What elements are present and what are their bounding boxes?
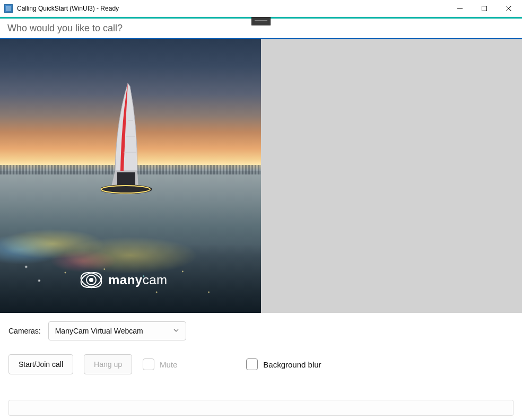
app-icon — [4, 4, 13, 13]
minimize-button[interactable] — [448, 0, 472, 16]
remote-video-tile — [261, 39, 522, 313]
maximize-icon — [482, 6, 487, 11]
close-button[interactable] — [497, 0, 521, 16]
titlebar: Calling QuickStart (WinUI3) - Ready — [0, 0, 522, 17]
call-target-input[interactable] — [0, 19, 522, 38]
video-skyline — [0, 165, 261, 174]
hang-up-button[interactable]: Hang up — [84, 354, 132, 374]
start-join-call-button[interactable]: Start/Join call — [8, 354, 73, 374]
mute-label: Mute — [160, 360, 177, 369]
minimize-icon — [457, 6, 463, 11]
close-icon — [506, 6, 511, 11]
video-foreground — [0, 198, 261, 313]
manycam-logo-icon — [80, 268, 103, 292]
camera-row: Cameras: ManyCam Virtual Webcam — [8, 321, 514, 340]
svg-rect-1 — [482, 6, 487, 11]
action-row: Start/Join call Hang up Mute Background … — [8, 354, 514, 374]
manycam-logo-text: manycam — [108, 273, 168, 287]
local-video-tile: manycam — [0, 39, 261, 313]
status-bar — [8, 400, 514, 416]
titlebar-left: Calling QuickStart (WinUI3) - Ready — [4, 4, 119, 13]
window-controls — [448, 0, 521, 16]
manycam-watermark: manycam — [80, 268, 168, 292]
cameras-label: Cameras: — [8, 327, 41, 335]
camera-select[interactable]: ManyCam Virtual Webcam — [48, 321, 186, 340]
mute-checkbox[interactable] — [143, 358, 154, 370]
svg-point-13 — [89, 278, 93, 282]
call-input-wrap — [0, 19, 522, 39]
maximize-button[interactable] — [472, 0, 497, 16]
chevron-down-icon — [173, 327, 179, 335]
background-blur-checkbox-wrap[interactable]: Background blur — [246, 358, 321, 370]
camera-select-value: ManyCam Virtual Webcam — [55, 327, 143, 335]
video-area: manycam — [0, 39, 522, 313]
background-blur-label: Background blur — [263, 360, 321, 369]
controls-panel: Cameras: ManyCam Virtual Webcam Start/Jo… — [0, 313, 522, 379]
window-title: Calling QuickStart (WinUI3) - Ready — [17, 5, 119, 12]
background-blur-checkbox[interactable] — [246, 358, 258, 370]
mute-checkbox-wrap[interactable]: Mute — [143, 358, 177, 370]
